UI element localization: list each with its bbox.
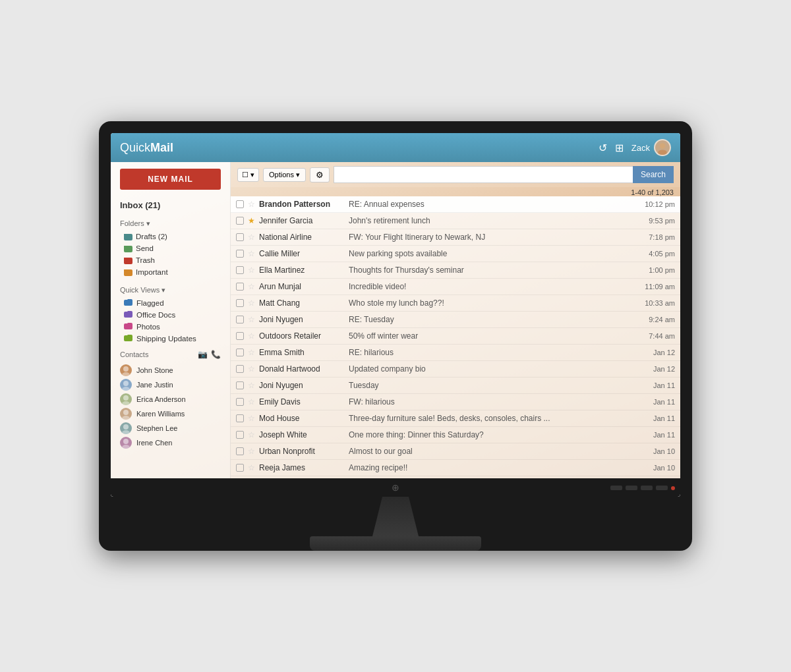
sidebar-folder-item[interactable]: Send [111, 242, 230, 254]
star-icon[interactable]: ☆ [248, 397, 255, 406]
email-time: Jan 12 [641, 349, 675, 356]
star-icon[interactable]: ☆ [248, 298, 255, 308]
email-row[interactable]: ☆Joni NyugenTuesdayJan 11 [231, 378, 680, 394]
email-checkbox[interactable] [236, 447, 244, 455]
email-checkbox[interactable] [236, 431, 244, 439]
email-row[interactable]: ☆Matt ChangWho stole my lunch bag??!10:3… [231, 295, 680, 312]
sidebar-quickview-item[interactable]: Flagged [111, 297, 230, 309]
email-checkbox[interactable] [236, 250, 244, 258]
star-icon[interactable]: ☆ [248, 233, 255, 242]
email-checkbox[interactable] [236, 316, 244, 323]
monitor-btn-2[interactable] [626, 486, 637, 490]
star-icon[interactable]: ☆ [248, 364, 255, 374]
email-row[interactable]: ☆Callie MillerNew parking spots availabl… [231, 246, 680, 262]
email-checkbox[interactable] [236, 365, 244, 373]
contact-avatar [120, 379, 132, 391]
email-row[interactable]: ☆Urban NonprofitAlmost to our goalJan 10 [231, 443, 680, 460]
email-row[interactable]: ☆Ella MartinezThoughts for Thursday's se… [231, 262, 680, 279]
email-checkbox[interactable] [236, 299, 244, 307]
star-icon[interactable]: ☆ [248, 331, 255, 341]
svg-point-10 [123, 424, 129, 430]
email-checkbox[interactable] [236, 200, 244, 208]
star-icon[interactable]: ☆ [248, 381, 255, 390]
gear-button[interactable]: ⚙ [310, 167, 330, 182]
svg-point-8 [123, 410, 129, 415]
svg-point-11 [122, 430, 130, 434]
monitor-btn-4[interactable] [656, 486, 668, 490]
email-row[interactable]: ☆Emma SmithRE: hilariousJan 12 [231, 345, 680, 361]
contact-name: Irene Chen [136, 439, 172, 447]
sidebar-quickview-item[interactable]: Office Docs [111, 309, 230, 321]
contact-item[interactable]: Irene Chen [120, 435, 221, 450]
sidebar-quickview-item[interactable]: Photos [111, 321, 230, 333]
email-checkbox[interactable] [236, 414, 244, 422]
email-row[interactable]: ☆Joni NyugenRE: Tuesday9:24 am [231, 312, 680, 328]
phone-icon[interactable]: 📞 [211, 350, 221, 359]
email-time: 10:12 pm [641, 200, 675, 208]
monitor: QuickMail ↺ ⊞ Zack [99, 121, 692, 551]
star-icon[interactable]: ☆ [248, 282, 255, 291]
sidebar-folder-item[interactable]: Trash [111, 254, 230, 266]
refresh-icon[interactable]: ↺ [599, 142, 607, 154]
star-icon[interactable]: ☆ [248, 249, 255, 258]
email-row[interactable]: ☆Donald HartwoodUpdated company bioJan 1… [231, 361, 680, 378]
email-subject: Three-day furniture sale! Beds, desks, c… [349, 414, 637, 423]
email-time: Jan 12 [641, 365, 675, 373]
toolbar-row: ☐ ▾ Options ▾ ⚙ Search [231, 162, 680, 187]
sidebar-folder-item[interactable]: Drafts (2) [111, 231, 230, 242]
folders-section-label[interactable]: Folders ▾ [111, 215, 230, 231]
contact-item[interactable]: John Stone [120, 363, 221, 378]
monitor-stand-base [310, 536, 481, 551]
contact-item[interactable]: Karen Williams [120, 406, 221, 421]
email-subject: New parking spots available [349, 249, 637, 258]
email-checkbox[interactable] [236, 283, 244, 291]
checkbox-dropdown[interactable]: ☐ ▾ [237, 168, 259, 182]
email-checkbox[interactable] [236, 464, 244, 472]
email-checkbox[interactable] [236, 398, 244, 406]
monitor-btn-1[interactable] [610, 486, 622, 490]
email-subject: FW: Your Flight Itinerary to Newark, NJ [349, 233, 637, 242]
star-icon[interactable]: ☆ [248, 348, 255, 357]
options-button[interactable]: Options ▾ [263, 168, 306, 182]
email-checkbox[interactable] [236, 332, 244, 340]
star-icon[interactable]: ☆ [248, 266, 255, 275]
email-checkbox[interactable] [236, 381, 244, 389]
video-icon[interactable]: 📷 [198, 350, 208, 359]
email-checkbox[interactable] [236, 349, 244, 356]
quick-views-label[interactable]: Quick Views ▾ [111, 282, 230, 297]
star-icon[interactable]: ☆ [248, 430, 255, 439]
email-row[interactable]: ☆National AirlineFW: Your Flight Itinera… [231, 229, 680, 246]
sidebar-quickview-item[interactable]: Shipping Updates [111, 333, 230, 345]
sidebar-folder-item[interactable]: Important [111, 266, 230, 278]
star-icon[interactable]: ☆ [248, 463, 255, 472]
email-checkbox[interactable] [236, 233, 244, 241]
pagination-info: 1-40 of 1,203 [231, 187, 680, 196]
avatar[interactable] [654, 139, 671, 156]
email-row[interactable]: ☆Arun MunjalIncredible video!11:09 am [231, 279, 680, 295]
star-icon[interactable]: ★ [248, 216, 255, 225]
email-checkbox[interactable] [236, 217, 244, 225]
new-mail-button[interactable]: NEW MAIL [120, 169, 221, 190]
star-icon[interactable]: ☆ [248, 414, 255, 423]
contact-name: Jane Justin [136, 381, 173, 389]
contact-item[interactable]: Jane Justin [120, 378, 221, 392]
email-row[interactable]: ☆Mod HouseThree-day furniture sale! Beds… [231, 410, 680, 427]
email-row[interactable]: ★Jennifer GarciaJohn's retirement lunch9… [231, 213, 680, 229]
topbar: QuickMail ↺ ⊞ Zack [111, 133, 680, 162]
monitor-btn-3[interactable] [641, 486, 653, 490]
email-row[interactable]: ☆Reeja JamesAmazing recipe!!Jan 10 [231, 460, 680, 476]
email-row[interactable]: ☆Outdoors Retailer50% off winter wear7:4… [231, 328, 680, 345]
email-checkbox[interactable] [236, 266, 244, 274]
contact-item[interactable]: Erica Anderson [120, 392, 221, 406]
star-icon[interactable]: ☆ [248, 447, 255, 456]
email-row[interactable]: ☆Emily DavisFW: hilariousJan 11 [231, 394, 680, 410]
email-row[interactable]: ☆Joseph WhiteOne more thing: Dinner this… [231, 427, 680, 443]
svg-point-3 [122, 372, 130, 376]
search-input[interactable] [334, 166, 633, 183]
star-icon[interactable]: ☆ [248, 200, 255, 209]
grid-icon[interactable]: ⊞ [615, 142, 624, 154]
star-icon[interactable]: ☆ [248, 315, 255, 324]
search-button[interactable]: Search [633, 166, 674, 183]
contact-item[interactable]: Stephen Lee [120, 421, 221, 435]
email-row[interactable]: ☆Brandon PattersonRE: Annual expenses10:… [231, 196, 680, 213]
